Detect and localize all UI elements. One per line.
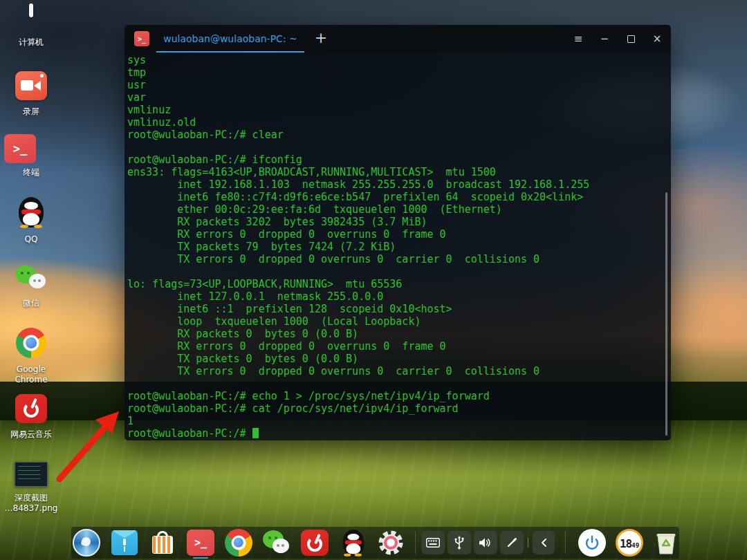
desktop-icon-label: 终端: [4, 167, 58, 178]
desktop-icon-netease-music[interactable]: 网易云音乐: [4, 394, 58, 440]
trash-icon[interactable]: [653, 529, 679, 557]
dock-item-launcher[interactable]: [73, 529, 100, 557]
dock-item-wechat[interactable]: [263, 529, 290, 557]
tray-mini-separator: [528, 538, 528, 548]
settings-gear-icon: [378, 530, 404, 556]
clock-widget[interactable]: 1849: [616, 529, 643, 557]
terminal-titlebar[interactable]: >_ wulaoban@wulaoban-PC: ~ + ≡ − ×: [124, 25, 671, 53]
terminal-line: sys: [127, 54, 671, 66]
netease-music-icon: [15, 394, 47, 423]
minimize-icon[interactable]: −: [596, 30, 613, 47]
desktop-icon-computer[interactable]: 计算机: [4, 6, 58, 48]
terminal-line: vmlinuz: [127, 104, 671, 116]
chrome-icon: [225, 529, 252, 557]
keyboard-layout-icon[interactable]: [421, 531, 445, 554]
screen-recorder-icon: [15, 71, 47, 100]
desktop-icon-label: Google Chrome: [4, 364, 58, 385]
terminal-line: ether 00:0c:29:ee:fa:6d txqueuelen 1000 …: [127, 203, 671, 216]
terminal-line: inet 192.168.1.103 netmask 255.255.255.0…: [127, 178, 671, 191]
terminal-line: usr: [127, 79, 671, 91]
wechat-icon: [15, 264, 47, 292]
terminal-line: var: [127, 91, 671, 104]
app-store-icon: [149, 530, 176, 556]
desktop-icon-label: 网易云音乐: [4, 429, 58, 440]
terminal-line: TX errors 0 dropped 0 overruns 0 carrier…: [127, 253, 671, 265]
qq-icon: [17, 196, 46, 228]
terminal-line: tmp: [127, 66, 671, 79]
shutdown-power-icon[interactable]: [578, 529, 606, 557]
terminal-line: vmlinuz.old: [127, 116, 671, 129]
terminal-line: loop txqueuelen 1000 (Local Loopback): [127, 315, 671, 328]
volume-icon[interactable]: [474, 531, 497, 554]
dock-item-control-center[interactable]: [377, 529, 405, 557]
terminal-line: [127, 377, 671, 390]
desktop-icon-label: 计算机: [4, 37, 58, 48]
dock: >_ 1849: [71, 527, 679, 559]
dock-separator: [415, 532, 416, 554]
chrome-icon: [16, 328, 46, 358]
new-tab-button[interactable]: +: [310, 25, 332, 53]
terminal-app-icon: >_: [134, 31, 149, 46]
terminal-line: lo: flags=73<UP,LOOPBACK,RUNNING> mtu 65…: [127, 278, 671, 290]
desktop-icon-wechat[interactable]: 微信: [4, 264, 58, 308]
terminal-output[interactable]: systmpusrvarvmlinuzvmlinuz.oldroot@wulao…: [124, 53, 671, 440]
desktop-icon-screen-recorder[interactable]: 录屏: [4, 71, 58, 117]
desktop-icon-chrome[interactable]: Google Chrome: [4, 328, 58, 385]
computer-icon: [15, 6, 48, 33]
dock-item-app-store[interactable]: [149, 529, 176, 557]
terminal-line: root@wulaoban-PC:/#: [127, 427, 671, 440]
usb-device-icon[interactable]: [448, 531, 471, 554]
terminal-scrollbar[interactable]: [665, 192, 667, 436]
terminal-tab[interactable]: wulaoban@wulaoban-PC: ~: [156, 25, 304, 53]
dock-item-terminal[interactable]: >_: [187, 529, 214, 557]
desktop-icon-label: 微信: [4, 298, 58, 308]
clock-hour: 18: [620, 537, 631, 550]
screenshot-thumbnail-icon: [15, 462, 48, 487]
dock-item-file-manager[interactable]: [111, 529, 138, 557]
terminal-line: root@wulaoban-PC:/# cat /proc/sys/net/ip…: [127, 402, 671, 415]
terminal-icon: >_: [187, 530, 214, 556]
terminal-line: TX packets 0 bytes 0 (0.0 B): [127, 353, 671, 365]
terminal-window: >_ wulaoban@wulaoban-PC: ~ + ≡ − × systm…: [124, 25, 671, 440]
terminal-line: TX errors 0 dropped 0 overruns 0 carrier…: [127, 365, 671, 377]
dock-apps: >_: [73, 529, 405, 557]
wechat-icon: [263, 529, 290, 557]
dock-item-qq[interactable]: [339, 529, 367, 557]
terminal-line: inet 127.0.0.1 netmask 255.0.0.0: [127, 290, 671, 303]
screenshot-pen-icon[interactable]: [500, 531, 524, 554]
desktop-icon-label: 录屏: [4, 106, 58, 117]
desktop-icon-qq[interactable]: QQ: [4, 196, 58, 245]
terminal-lines: systmpusrvarvmlinuzvmlinuz.oldroot@wulao…: [127, 54, 671, 440]
dock-plugins: 1849: [578, 529, 679, 557]
clock-minute: 49: [631, 542, 639, 549]
collapse-chevron-icon[interactable]: [533, 531, 555, 554]
terminal-icon: >_: [4, 134, 36, 163]
terminal-line: inet6 ::1 prefixlen 128 scopeid 0x10<hos…: [127, 303, 671, 315]
terminal-line: [127, 265, 671, 278]
terminal-line: root@wulaoban-PC:/# ifconfig: [127, 153, 671, 166]
active-app-indicator: [193, 557, 208, 559]
file-manager-icon: [111, 530, 138, 555]
desktop-icon-label: 深度截图 …84837.png: [4, 493, 58, 514]
qq-icon: [341, 529, 365, 557]
desktop-icon-screenshot-file[interactable]: 深度截图 …84837.png: [4, 462, 58, 514]
netease-music-icon: [301, 530, 329, 556]
terminal-line: inet6 fe80::c7f4:d9f6:e6ce:b547 prefixle…: [127, 191, 671, 203]
close-icon[interactable]: ×: [649, 30, 665, 47]
terminal-line: RX errors 0 dropped 0 overruns 0 frame 0: [127, 340, 671, 353]
dock-item-chrome[interactable]: [225, 529, 252, 557]
terminal-line: ens33: flags=4163<UP,BROADCAST,RUNNING,M…: [127, 166, 671, 178]
desktop-icon-label: QQ: [4, 234, 58, 245]
terminal-cursor: [252, 428, 259, 438]
maximize-icon[interactable]: [622, 30, 639, 47]
terminal-line: RX packets 0 bytes 0 (0.0 B): [127, 328, 671, 340]
menu-icon[interactable]: ≡: [570, 30, 587, 47]
terminal-line: RX errors 0 dropped 0 overruns 0 frame 0: [127, 228, 671, 241]
terminal-line: 1: [127, 415, 671, 427]
terminal-line: [127, 141, 671, 153]
desktop-icon-terminal[interactable]: >_ 终端: [4, 134, 58, 178]
terminal-line: RX packets 3202 bytes 3982435 (3.7 MiB): [127, 216, 671, 228]
launcher-icon: [73, 529, 100, 557]
dock-item-netease-music[interactable]: [301, 529, 329, 557]
terminal-line: root@wulaoban-PC:/# clear: [127, 129, 671, 141]
